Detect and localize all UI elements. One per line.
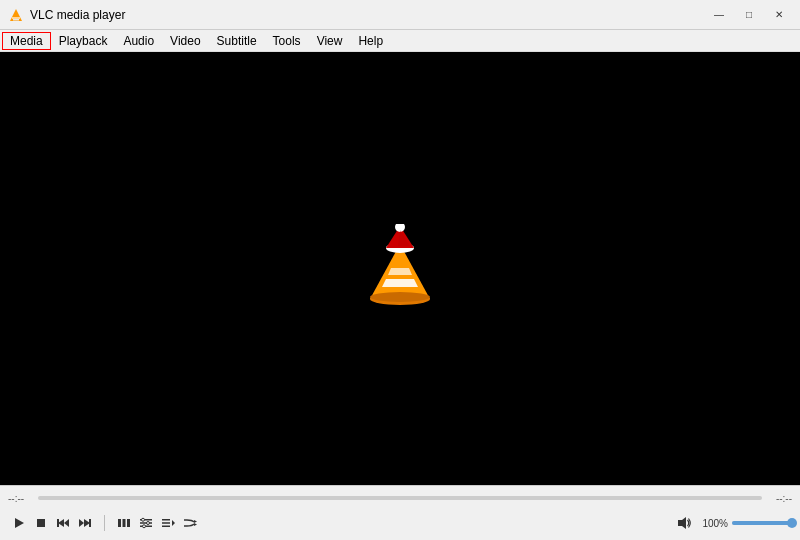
svg-rect-16 <box>57 519 59 527</box>
random-button[interactable] <box>179 512 201 534</box>
svg-marker-32 <box>172 520 175 526</box>
volume-fill <box>732 521 792 525</box>
minimize-button[interactable]: — <box>706 5 732 25</box>
prev-button[interactable] <box>52 512 74 534</box>
svg-rect-20 <box>118 519 121 527</box>
svg-rect-22 <box>127 519 130 527</box>
play-button[interactable] <box>8 512 30 534</box>
svg-point-7 <box>370 292 430 302</box>
svg-marker-5 <box>388 268 412 275</box>
svg-rect-31 <box>162 526 170 528</box>
volume-track[interactable] <box>732 521 792 525</box>
window-title: VLC media player <box>30 8 706 22</box>
progress-bar-row: --:-- --:-- <box>0 486 800 508</box>
svg-marker-18 <box>79 519 84 527</box>
svg-rect-29 <box>162 519 170 521</box>
menu-item-help[interactable]: Help <box>350 32 391 50</box>
menu-item-subtitle[interactable]: Subtitle <box>209 32 265 50</box>
vlc-logo <box>360 224 440 314</box>
menu-item-view[interactable]: View <box>309 32 351 50</box>
app-icon <box>8 7 24 23</box>
svg-point-26 <box>142 518 145 521</box>
menu-item-tools[interactable]: Tools <box>265 32 309 50</box>
video-area <box>0 52 800 485</box>
svg-rect-30 <box>162 522 170 524</box>
frame-by-frame-button[interactable] <box>113 512 135 534</box>
menu-item-audio[interactable]: Audio <box>115 32 162 50</box>
svg-rect-1 <box>12 17 20 19</box>
svg-point-28 <box>143 525 146 528</box>
svg-marker-37 <box>678 517 686 529</box>
buttons-row: 100% <box>0 508 800 540</box>
controls-area: --:-- --:-- <box>0 485 800 540</box>
volume-area: 100% <box>674 513 792 533</box>
volume-label: 100% <box>698 518 728 529</box>
window-controls: — □ ✕ <box>706 5 792 25</box>
svg-marker-12 <box>15 518 24 528</box>
time-elapsed: --:-- <box>8 493 32 504</box>
svg-rect-19 <box>89 519 91 527</box>
stop-button[interactable] <box>30 512 52 534</box>
volume-knob <box>787 518 797 528</box>
next-button[interactable] <box>74 512 96 534</box>
toggle-playlist-button[interactable] <box>157 512 179 534</box>
svg-marker-36 <box>194 523 197 526</box>
maximize-button[interactable]: □ <box>736 5 762 25</box>
close-button[interactable]: ✕ <box>766 5 792 25</box>
svg-rect-13 <box>37 519 45 527</box>
time-remaining: --:-- <box>768 493 792 504</box>
svg-rect-21 <box>123 519 126 527</box>
extended-settings-button[interactable] <box>135 512 157 534</box>
menu-item-media[interactable]: Media <box>2 32 51 50</box>
separator-1 <box>104 515 105 531</box>
menu-bar: Media Playback Audio Video Subtitle Tool… <box>0 30 800 52</box>
svg-rect-2 <box>13 19 19 21</box>
volume-button[interactable] <box>674 513 694 533</box>
svg-point-27 <box>147 522 150 525</box>
svg-marker-15 <box>64 519 69 527</box>
progress-track[interactable] <box>38 496 762 500</box>
svg-marker-4 <box>382 279 418 287</box>
svg-marker-35 <box>194 520 197 523</box>
menu-item-playback[interactable]: Playback <box>51 32 116 50</box>
menu-item-video[interactable]: Video <box>162 32 208 50</box>
title-bar: VLC media player — □ ✕ <box>0 0 800 30</box>
